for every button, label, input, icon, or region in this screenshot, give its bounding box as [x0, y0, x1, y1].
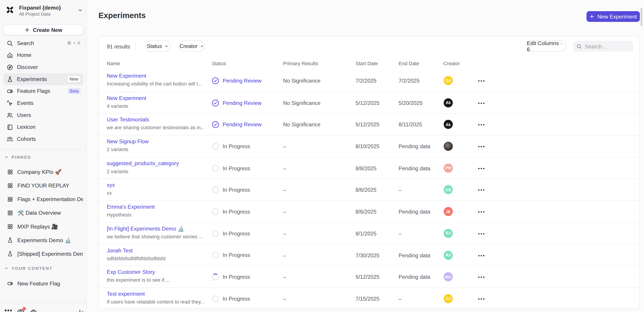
settings-gear-icon[interactable]: [29, 308, 38, 312]
row-actions-button[interactable]: [478, 144, 490, 150]
start-date-cell: 8/1/2025: [356, 230, 376, 237]
collapse-sidebar-icon[interactable]: [78, 308, 86, 312]
check-circle-icon: [212, 121, 219, 128]
status-cell: Pending Review: [212, 70, 262, 92]
creator-avatar: Ak: [444, 98, 453, 107]
experiment-name-link[interactable]: Jonah Test: [107, 247, 133, 254]
sidebar-item-label: Cohorts: [17, 136, 83, 142]
experiment-subtitle: 2 variants: [107, 168, 128, 174]
sidebar-item-label: Experiments: [17, 76, 67, 82]
experiment-name-link[interactable]: Test experiment: [107, 291, 145, 297]
help-icon[interactable]: [16, 308, 25, 312]
sidebar-item-lexicon[interactable]: Lexicon: [3, 121, 83, 133]
pinned-item[interactable]: MXP Replays 🎥: [3, 220, 83, 233]
experiment-name-link[interactable]: New Experiment: [107, 95, 146, 101]
end-date-cell: 7/2/2025: [398, 78, 420, 84]
pinned-item[interactable]: Flags + Experimentation Demo: [3, 193, 83, 206]
primary-results-cell: No Significance: [283, 122, 320, 128]
experiment-name-link[interactable]: Exp Customer Story: [107, 269, 155, 275]
sidebar-item-discover[interactable]: Discover: [3, 61, 83, 73]
row-actions-button[interactable]: [478, 78, 490, 84]
experiment-name-link[interactable]: Emma's Experiment: [107, 204, 155, 210]
pinned-item[interactable]: Company KPIs 🚀: [3, 165, 83, 179]
your-content-section-title: YOUR CONTENT: [12, 266, 53, 270]
status-label: In Progress: [223, 274, 250, 280]
row-actions-button[interactable]: [478, 274, 490, 280]
status-label: In Progress: [223, 296, 250, 302]
pinned-item[interactable]: 🛠️ Data Overview: [3, 206, 83, 220]
row-actions-button[interactable]: [478, 165, 490, 171]
creator-avatar: PH: [444, 163, 453, 172]
column-header-primary-results: Primary Results: [283, 61, 318, 66]
sidebar-item-events[interactable]: Events: [3, 97, 83, 109]
pinned-item[interactable]: FIND YOUR REPLAY: [3, 179, 83, 192]
status-label: In Progress: [223, 143, 250, 150]
sidebar-item-experiments[interactable]: ExperimentsNew: [3, 73, 83, 85]
pinned-item-label: Experiments Demo 🔬: [18, 237, 83, 243]
end-date-cell: –: [398, 230, 402, 237]
status-cell: In Progress: [212, 179, 250, 201]
row-actions-button[interactable]: [478, 100, 490, 106]
sidebar-item-cohorts[interactable]: Cohorts: [3, 133, 83, 145]
scrollbar-thumb[interactable]: [641, 8, 642, 26]
pinned-section-header[interactable]: PINNED: [4, 154, 31, 160]
status-filter-dropdown[interactable]: Status: [145, 40, 170, 52]
creator-avatar: RJ: [444, 251, 453, 260]
sidebar-divider: [0, 150, 86, 150]
row-actions-button[interactable]: [478, 253, 490, 258]
create-new-label: Create New: [33, 26, 62, 33]
experiment-name-link[interactable]: suggested_products_category: [107, 160, 179, 166]
table-row: User Testimonialswe are sharing customer…: [99, 113, 640, 135]
board-icon: [7, 210, 13, 216]
row-actions-button[interactable]: [478, 187, 490, 193]
project-name: Fixpanel {demo}: [19, 4, 61, 11]
progress-circle-icon: [212, 143, 219, 150]
primary-results-cell: –: [283, 252, 286, 258]
search-input[interactable]: [585, 43, 630, 49]
table-row: [In Flight] Experiments Demo 🔬we believe…: [99, 222, 640, 244]
start-date-cell: 5/12/2025: [356, 122, 380, 128]
primary-results-cell: –: [283, 187, 286, 193]
project-switcher[interactable]: Fixpanel {demo} All Project Data: [0, 4, 86, 21]
sidebar-item-users[interactable]: Users: [3, 109, 83, 121]
creator-avatar: DJ: [444, 294, 453, 303]
sidebar-item-label: Discover: [17, 64, 83, 70]
row-actions-button[interactable]: [478, 296, 490, 302]
experiment-name-link[interactable]: New Experiment: [107, 73, 146, 79]
sidebar-item-feature-flags[interactable]: Feature FlagsBeta: [3, 85, 83, 97]
table-row: New ExperimentIncreasing visibility of t…: [99, 70, 640, 92]
pinned-item[interactable]: Experiments Demo 🔬: [3, 233, 83, 247]
sidebar-item-label: Lexicon: [17, 124, 83, 130]
app-window: Fixpanel {demo} All Project Data Create …: [0, 0, 644, 312]
pinned-section-title: PINNED: [12, 155, 31, 159]
home-icon: [7, 52, 14, 58]
experiment-name-link[interactable]: [In Flight] Experiments Demo 🔬: [107, 225, 184, 232]
end-date-cell: Pending data: [398, 143, 430, 150]
toggle-icon: [7, 88, 14, 94]
end-date-cell: Pending data: [398, 209, 430, 215]
flask-icon: [7, 251, 13, 257]
experiment-name-link[interactable]: User Testimonials: [107, 117, 149, 123]
experiment-name-link[interactable]: xyx: [107, 182, 115, 188]
pinned-item[interactable]: [Shipped] Experiments Demo ✏️: [3, 247, 83, 261]
apps-grid-icon[interactable]: [4, 308, 12, 312]
sidebar: Fixpanel {demo} All Project Data Create …: [0, 0, 86, 312]
your-content-item[interactable]: New Feature Flag: [3, 277, 83, 290]
row-actions-button[interactable]: [478, 231, 490, 237]
row-actions-button[interactable]: [478, 122, 490, 128]
new-experiment-button[interactable]: New Experiment: [586, 11, 640, 22]
edit-columns-button[interactable]: Edit Columns · 6: [526, 40, 566, 52]
primary-results-cell: No Significance: [283, 78, 320, 84]
table-search: [573, 41, 633, 52]
creator-filter-dropdown[interactable]: Creator: [179, 40, 205, 52]
create-new-button[interactable]: Create New: [3, 24, 83, 35]
sidebar-item-label: Feature Flags: [17, 88, 68, 94]
table-row: Exp Customer Storythis experiment is to …: [99, 266, 640, 288]
sidebar-item-search[interactable]: Search⌘ + K: [3, 37, 83, 49]
your-content-section-header[interactable]: YOUR CONTENT: [4, 265, 53, 271]
sidebar-item-home[interactable]: Home: [3, 49, 83, 61]
progress-circle-icon: [212, 208, 219, 215]
users-icon: [7, 112, 14, 119]
row-actions-button[interactable]: [478, 209, 490, 215]
experiment-name-link[interactable]: New Signup Flow: [107, 138, 149, 145]
